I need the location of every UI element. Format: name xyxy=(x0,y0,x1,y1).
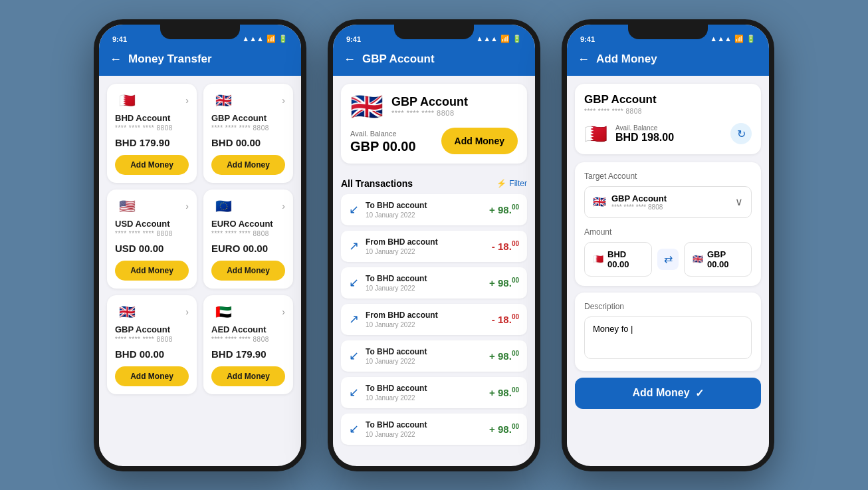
tx-date-1: 10 January 2022 xyxy=(366,248,438,255)
amount-row: 🇧🇭 BHD 00.00 ⇄ 🇬🇧 GBP 00.00 xyxy=(584,242,752,277)
status-icons-3: ▲▲▲ 📶 🔋 xyxy=(710,35,756,43)
account-balance-5: BHD 179.90 xyxy=(211,348,285,360)
back-button-1[interactable]: ← xyxy=(110,53,122,66)
account-card-header-2: 🇺🇸 › xyxy=(115,197,189,215)
status-bar-2: 9:41 ▲▲▲ 📶 🔋 xyxy=(333,25,535,46)
screen-content-1: 🇧🇭 › BHD Account **** **** **** 8808 BHD… xyxy=(99,76,301,464)
transaction-item-1[interactable]: ↗ From BHD account 10 January 2022 - 18.… xyxy=(341,231,527,262)
transactions-section: All Transactions ⚡ Filter ↙ To BHD accou… xyxy=(333,172,535,445)
account-chevron-2[interactable]: › xyxy=(185,201,189,211)
refresh-button[interactable]: ↻ xyxy=(730,123,752,144)
swap-button[interactable]: ⇄ xyxy=(657,249,679,270)
app-header-3: ← Add Money xyxy=(567,46,769,76)
back-button-3[interactable]: ← xyxy=(578,53,590,66)
gbp-add-money-button[interactable]: Add Money xyxy=(441,128,518,154)
back-button-2[interactable]: ← xyxy=(344,53,356,66)
add-money-account-number: **** **** **** 8808 xyxy=(584,108,752,115)
account-chevron-3[interactable]: › xyxy=(282,201,285,211)
account-card-header-0: 🇧🇭 › xyxy=(115,92,189,109)
battery-icon-2: 🔋 xyxy=(512,35,522,43)
target-account-name: GBP Account xyxy=(611,193,667,203)
account-flag-5: 🇦🇪 xyxy=(211,303,235,320)
tx-icon-3: ↗ xyxy=(349,312,359,326)
description-input[interactable]: Money fo | xyxy=(584,316,752,359)
wifi-icon: 📶 xyxy=(267,35,276,43)
account-flag-1: 🇬🇧 xyxy=(211,92,235,109)
amount-label: Amount xyxy=(584,227,752,237)
add-money-balance-row: 🇧🇭 Avail. Balance BHD 198.00 ↻ xyxy=(584,123,752,145)
add-money-btn-2[interactable]: Add Money xyxy=(115,261,189,281)
tx-amount-1: - 18.00 xyxy=(492,240,519,252)
balance-amount: BHD 198.00 xyxy=(615,132,722,144)
time-2: 9:41 xyxy=(346,35,361,43)
page-title-1: Money Transfer xyxy=(128,53,212,66)
battery-icon: 🔋 xyxy=(278,35,288,43)
filter-button[interactable]: ⚡ Filter xyxy=(496,179,527,188)
account-flag-4: 🇬🇧 xyxy=(115,303,139,320)
target-flag-icon: 🇬🇧 xyxy=(593,195,606,208)
tx-desc-6: To BHD account xyxy=(366,420,427,429)
gbp-account-top: 🇬🇧 GBP Account **** **** **** 8808 xyxy=(350,93,518,120)
tx-date-4: 10 January 2022 xyxy=(366,358,427,365)
account-flag-0: 🇧🇭 xyxy=(115,92,139,109)
gbp-balance-info: Avail. Balance GBP 00.00 xyxy=(350,130,416,154)
add-money-btn-4[interactable]: Add Money xyxy=(115,366,189,386)
add-money-btn-0[interactable]: Add Money xyxy=(115,155,189,175)
gbp-balance-amount: GBP 00.00 xyxy=(350,139,416,154)
tx-info-4: To BHD account 10 January 2022 xyxy=(366,347,427,365)
tx-amount-5: + 98.00 xyxy=(489,386,519,398)
target-account-label: Target Account xyxy=(584,172,752,181)
target-account-number-sm: **** **** **** 8808 xyxy=(611,203,667,211)
add-money-btn-1[interactable]: Add Money xyxy=(211,155,285,175)
target-account-info: GBP Account **** **** **** 8808 xyxy=(611,193,667,211)
tx-left-5: ↙ To BHD account 10 January 2022 xyxy=(349,384,427,402)
add-money-btn-5[interactable]: Add Money xyxy=(211,366,285,386)
account-balance-4: BHD 00.00 xyxy=(115,348,189,360)
tx-icon-2: ↙ xyxy=(349,275,359,290)
account-chevron-4[interactable]: › xyxy=(185,306,189,317)
target-account-select[interactable]: 🇬🇧 GBP Account **** **** **** 8808 ∨ xyxy=(584,186,752,218)
account-chevron-1[interactable]: › xyxy=(282,95,285,106)
tx-icon-0: ↙ xyxy=(349,202,359,217)
tx-amount-0: + 98.00 xyxy=(489,203,519,215)
account-balance-0: BHD 179.90 xyxy=(115,137,189,148)
phone-1: 9:41 ▲▲▲ 📶 🔋 ← Money Transfer 🇧🇭 › BHD A… xyxy=(94,19,306,471)
transaction-item-5[interactable]: ↙ To BHD account 10 January 2022 + 98.00 xyxy=(341,377,527,408)
gbp-flag-icon: 🇬🇧 xyxy=(350,93,383,120)
tx-icon-1: ↗ xyxy=(349,239,359,253)
gbp-balance-label: Avail. Balance xyxy=(350,130,416,138)
transactions-title: All Transactions xyxy=(341,178,413,189)
account-chevron-0[interactable]: › xyxy=(185,95,189,106)
app-header-2: ← GBP Account xyxy=(333,46,535,76)
signal-icon-3: ▲▲▲ xyxy=(710,35,732,43)
account-card-4: 🇬🇧 › GBP Account **** **** **** 8808 BHD… xyxy=(107,295,197,394)
battery-icon-3: 🔋 xyxy=(746,35,756,43)
screen-content-2: 🇬🇧 GBP Account **** **** **** 8808 Avail… xyxy=(333,76,535,464)
tx-amount-4: + 98.00 xyxy=(489,350,519,362)
tx-desc-4: To BHD account xyxy=(366,347,427,356)
account-chevron-5[interactable]: › xyxy=(282,306,285,317)
transaction-item-3[interactable]: ↗ From BHD account 10 January 2022 - 18.… xyxy=(341,304,527,335)
account-number-4: **** **** **** 8808 xyxy=(115,336,189,343)
status-bar-1: 9:41 ▲▲▲ 📶 🔋 xyxy=(99,25,301,46)
tx-desc-2: To BHD account xyxy=(366,274,427,283)
transaction-item-0[interactable]: ↙ To BHD account 10 January 2022 + 98.00 xyxy=(341,194,527,225)
transaction-item-2[interactable]: ↙ To BHD account 10 January 2022 + 98.00 xyxy=(341,267,527,299)
bhd-amount-input[interactable]: 🇧🇭 BHD 00.00 xyxy=(584,242,652,277)
tx-desc-0: To BHD account xyxy=(366,201,427,210)
account-card-header-3: 🇪🇺 › xyxy=(211,197,285,215)
signal-icon-2: ▲▲▲ xyxy=(476,35,498,43)
add-money-submit-button[interactable]: Add Money ✓ xyxy=(575,378,761,409)
add-money-btn-3[interactable]: Add Money xyxy=(211,261,285,281)
account-card-header-1: 🇬🇧 › xyxy=(211,92,285,109)
transaction-item-4[interactable]: ↙ To BHD account 10 January 2022 + 98.00 xyxy=(341,340,527,372)
gbp-account-name: GBP Account xyxy=(391,95,468,109)
tx-info-0: To BHD account 10 January 2022 xyxy=(366,201,427,219)
amount-section: Amount 🇧🇭 BHD 00.00 ⇄ 🇬🇧 GBP 00.00 xyxy=(584,227,752,277)
gbp-header-card: 🇬🇧 GBP Account **** **** **** 8808 Avail… xyxy=(341,84,527,164)
gbp-amount-input[interactable]: 🇬🇧 GBP 00.00 xyxy=(684,242,752,277)
tx-amount-2: + 98.00 xyxy=(489,277,519,289)
tx-amount-6: + 98.00 xyxy=(489,423,519,435)
transaction-item-6[interactable]: ↙ To BHD account 10 January 2022 + 98.00 xyxy=(341,414,527,445)
tx-date-6: 10 January 2022 xyxy=(366,431,427,438)
